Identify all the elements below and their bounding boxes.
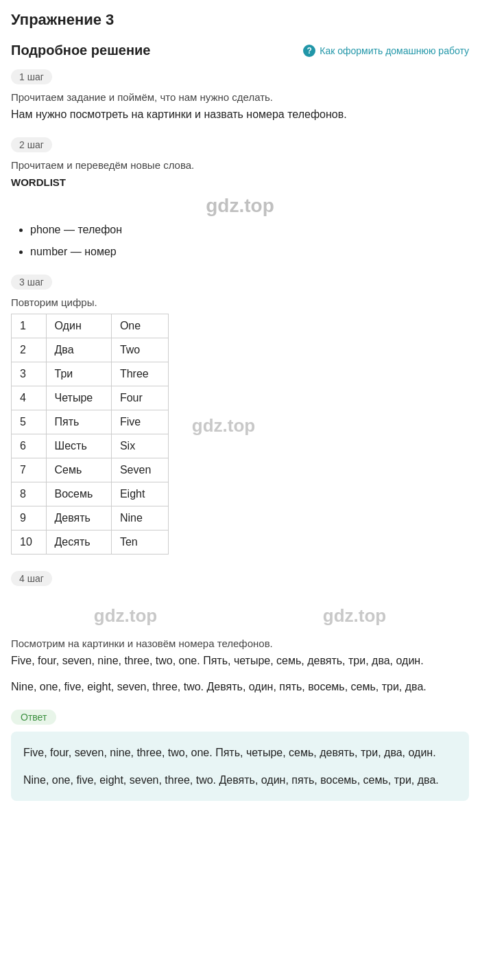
step-1-badge: 1 шаг [11,69,52,84]
step-2-desc: Прочитаем и переведём новые слова. [11,159,469,171]
step-2-block: 2 шаг Прочитаем и переведём новые слова.… [11,137,469,258]
step-2-badge: 2 шаг [11,137,52,152]
word-1: phone — телефон [30,224,469,236]
answer-badge: Ответ [11,710,56,725]
help-icon: ? [303,45,315,57]
word-2: number — номер [30,246,469,258]
table-row: 7СемьSeven [12,458,169,482]
table-row: 10ДесятьTen [12,530,169,555]
section-title: Подробное решение [11,43,150,58]
step-3-desc: Повторим цифры. [11,296,469,308]
numbers-table: 1ОдинOne2ДваTwo3ТриThree4ЧетыреFour5Пять… [11,314,169,555]
answer-section: Ответ Five, four, seven, nine, three, tw… [11,710,469,801]
step-4-line-1: Five, four, seven, nine, three, two, one… [11,655,469,667]
table-row: 6ШестьSix [12,434,169,458]
step-4-block: 4 шаг gdz.top gdz.top Посмотрим на карти… [11,571,469,693]
table-row: 9ДевятьNine [12,506,169,530]
watermark-3: gdz.top [94,605,157,627]
table-row: 8ВосемьEight [12,482,169,506]
wordlist-label: WORDLIST [11,176,469,188]
step-4-line-2: Nine, one, five, eight, seven, three, tw… [11,681,469,693]
table-row: 1ОдинOne [12,314,169,338]
step-3-block: 3 шаг Повторим цифры. 1ОдинOne2ДваTwo3Тр… [11,275,469,555]
step-1-block: 1 шаг Прочитаем задание и поймём, что на… [11,69,469,121]
page-title: Упражнение 3 [11,11,469,29]
table-row: 4ЧетыреFour [12,386,169,410]
watermark-4: gdz.top [323,605,386,627]
help-link[interactable]: ? Как оформить домашнюю работу [303,45,469,57]
step-3-badge: 3 шаг [11,275,52,290]
table-row: 2ДваTwo [12,338,169,362]
step-1-desc: Прочитаем задание и поймём, что нам нужн… [11,91,469,103]
step-4-badge: 4 шаг [11,571,52,586]
help-link-label: Как оформить домашнюю работу [320,45,469,56]
table-row: 5ПятьFive [12,410,169,434]
answer-line-1: Five, four, seven, nine, three, two, one… [23,744,457,762]
watermark-1: gdz.top [11,195,469,217]
step-4-desc: Посмотрим на картинки и назовём номера т… [11,638,469,649]
section-header: Подробное решение ? Как оформить домашню… [11,43,469,58]
step-1-main: Нам нужно посмотреть на картинки и назва… [11,108,469,121]
table-row: 3ТриThree [12,362,169,386]
answer-line-2: Nine, one, five, eight, seven, three, tw… [23,771,457,789]
answer-box: Five, four, seven, nine, three, two, one… [11,732,469,801]
wordlist: phone — телефон number — номер [11,224,469,258]
